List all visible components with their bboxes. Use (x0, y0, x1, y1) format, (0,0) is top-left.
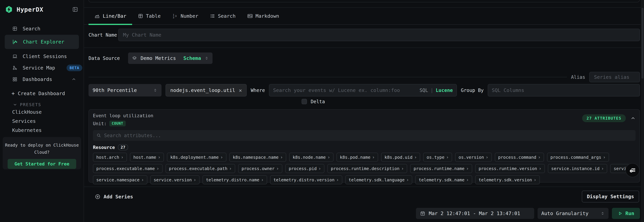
sidebar-item-client-sessions[interactable]: Client Sessions (0, 51, 84, 62)
collapse-attributes-icon[interactable] (630, 116, 636, 121)
attribute-chip[interactable]: process.executable.name › (93, 164, 162, 173)
metric-chip[interactable]: nodejs.event_loop.util ✕ (166, 84, 247, 96)
schema-link[interactable]: Schema (183, 55, 201, 61)
data-source-value: Demo Metrics (140, 55, 180, 61)
create-dashboard-button[interactable]: + Create Dashboard (0, 89, 84, 97)
attribute-chip[interactable]: k8s.pod.name › (336, 153, 378, 162)
aggregation-select[interactable]: 90th Percentile (88, 84, 162, 96)
time-range-picker[interactable]: Mar 2 12:47:01 - Mar 2 13:47:01 (416, 208, 534, 219)
add-series-button[interactable]: Add Series (95, 193, 133, 201)
display-settings-button[interactable]: Display Settings (582, 191, 639, 203)
get-started-button[interactable]: Get Started for Free (8, 159, 76, 169)
attribute-chip[interactable]: process.command_args › (547, 153, 609, 162)
changelog-icon (629, 166, 636, 174)
chevron-updown-icon (153, 88, 158, 92)
attribute-chip-label: process.runtime.description (331, 166, 399, 171)
promo-text: Ready to deploy on ClickHouse Cloud? (3, 142, 81, 156)
delta-checkbox[interactable] (302, 99, 307, 104)
svg-text:3: 3 (175, 15, 176, 17)
attribute-chip[interactable]: host.name › (130, 153, 164, 162)
attribute-chip[interactable]: k8s.namespace.name › (230, 153, 286, 162)
preset-item-services[interactable]: Services (12, 118, 36, 125)
sidebar-item-chart-explorer[interactable]: Chart Explorer (5, 35, 79, 49)
attribute-chip[interactable]: telemetry.sdk.version › (475, 175, 540, 184)
attribute-chip[interactable]: service.instance.id › (548, 164, 607, 173)
data-source-label: Data Source (88, 55, 128, 61)
add-series-label: Add Series (104, 194, 133, 200)
lucene-mode-toggle[interactable]: Lucene (436, 88, 453, 93)
attribute-chip-label: os.version (458, 155, 484, 160)
remove-metric-icon[interactable]: ✕ (239, 87, 242, 93)
time-range-value: Mar 2 12:47:01 - Mar 2 13:47:01 (429, 211, 520, 216)
where-input[interactable] (273, 87, 417, 93)
sidebar-collapse-icon[interactable] (72, 6, 79, 13)
list-icon (210, 13, 215, 19)
group-by-input[interactable] (492, 87, 636, 93)
preset-item-clickhouse[interactable]: ClickHouse (12, 109, 42, 115)
presets-header[interactable]: PRESETS (0, 102, 84, 108)
attribute-chip[interactable]: host.arch › (93, 153, 127, 162)
attribute-chip[interactable]: telemetry.distro.name › (202, 175, 267, 184)
attribute-chip[interactable]: process.pid › (285, 164, 324, 173)
attribute-chip[interactable]: telemetry.sdk.name › (415, 175, 472, 184)
attribute-chip[interactable]: service.version › (150, 175, 200, 184)
attribute-chip[interactable]: process.executable.path › (166, 164, 235, 173)
tab-search[interactable]: Search (204, 8, 242, 24)
attribute-chip[interactable]: process.runtime.name › (410, 164, 472, 173)
attribute-chip-label: process.runtime.name (414, 166, 464, 171)
scrollbar-thumb[interactable] (642, 8, 644, 79)
chevron-right-icon: › (538, 155, 540, 160)
divider (84, 187, 644, 187)
sidebar-item-service-map[interactable]: Service Map BETA (0, 62, 84, 73)
resource-group-header: Resource 27 (93, 144, 636, 150)
alias-input[interactable] (589, 72, 640, 82)
attribute-chip-label: host.arch (96, 155, 119, 160)
attribute-chip-label: process.owner (242, 166, 275, 171)
attribute-chip[interactable]: telemetry.sdk.language › (345, 175, 412, 184)
magnifier-icon (96, 133, 101, 138)
chevron-right-icon: › (466, 166, 469, 171)
presets-label: PRESETS (20, 102, 41, 107)
attributes-search-input[interactable] (104, 133, 632, 138)
attribute-chip-label: k8s.pod.name (340, 155, 370, 160)
sql-mode-toggle[interactable]: SQL (420, 88, 428, 93)
chart-name-input[interactable] (118, 29, 640, 41)
attribute-chip[interactable]: service.namespace › (93, 175, 147, 184)
attribute-chip[interactable]: process.runtime.description › (328, 164, 407, 173)
line-chart-icon (94, 13, 100, 19)
attribute-chip[interactable]: os.type › (423, 153, 452, 162)
chevron-right-icon: › (318, 166, 321, 171)
attribute-chip[interactable]: process.owner › (238, 164, 282, 173)
attribute-chip[interactable]: telemetry.distro.version › (270, 175, 342, 184)
tab-line-bar[interactable]: Line/Bar (88, 8, 132, 24)
attribute-chip[interactable]: process.command › (495, 153, 544, 162)
attributes-panel-header: Event loop utilization Unit: COUNT 27 AT… (93, 113, 636, 126)
attribute-chip-label: service.namespace (96, 178, 140, 182)
feedback-widget-button[interactable] (625, 163, 640, 178)
query-controls: Mar 2 12:47:01 - Mar 2 13:47:01 Auto Gra… (416, 208, 640, 219)
attribute-chip[interactable]: k8s.deployment.name › (167, 153, 226, 162)
granularity-select[interactable]: Auto Granularity (538, 208, 608, 219)
preset-item-kubernetes[interactable]: Kubernetes (12, 127, 42, 134)
attribute-chip[interactable]: os.version › (455, 153, 492, 162)
attribute-chip-label: process.pid (289, 166, 317, 171)
sidebar-item-dashboards[interactable]: Dashboards (0, 74, 84, 85)
data-source-select[interactable]: Demo Metrics Schema (128, 52, 212, 64)
tab-label: Markdown (256, 13, 279, 19)
attribute-chip[interactable]: k8s.node.name › (289, 153, 333, 162)
vertical-scrollbar[interactable] (641, 0, 644, 222)
attribute-chip-label: k8s.deployment.name (170, 155, 218, 160)
tab-number[interactable]: 123 Number (166, 8, 204, 24)
attribute-chip-row: host.arch › host.name › k8s.deployment.n… (93, 153, 636, 162)
granularity-value: Auto Granularity (541, 211, 588, 216)
tab-markdown[interactable]: Markdown (242, 8, 285, 24)
attribute-chip-label: service.version (154, 178, 192, 182)
resource-count-badge: 27 (118, 144, 128, 150)
sidebar-item-search[interactable]: Search (0, 23, 84, 34)
tab-table[interactable]: Table (132, 8, 166, 24)
run-button[interactable]: Run (612, 208, 640, 219)
sidebar-item-label: Dashboards (23, 76, 52, 82)
series-divider (88, 77, 567, 77)
attribute-chip[interactable]: process.runtime.version › (475, 164, 545, 173)
attribute-chip[interactable]: k8s.pod.uid › (381, 153, 420, 162)
